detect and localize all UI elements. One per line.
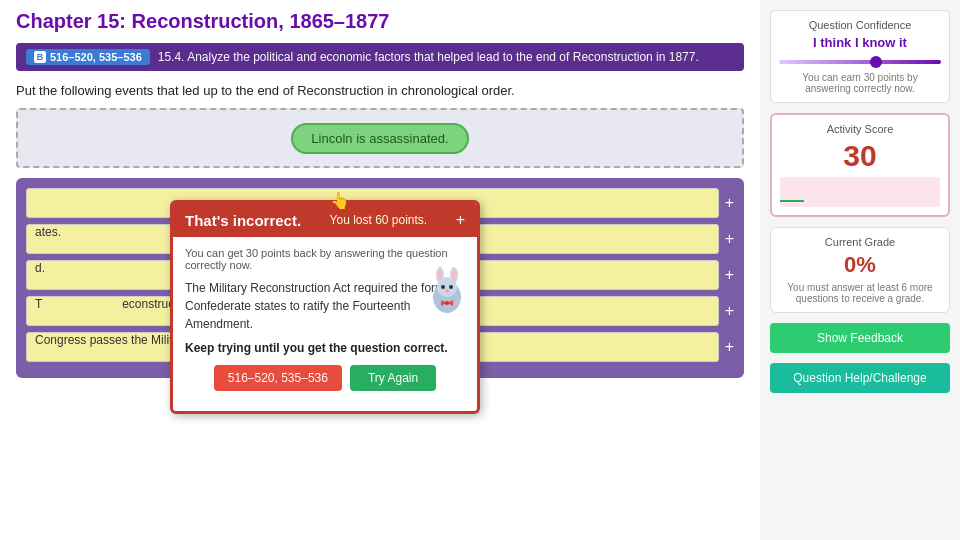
slider-track [779,60,941,64]
confidence-note: You can earn 30 points by answering corr… [779,72,941,94]
confidence-card: Question Confidence I think I know it Yo… [770,10,950,103]
svg-point-8 [445,290,449,293]
answer-drop-zone[interactable]: Lincoln is assassinated. [16,108,744,168]
incorrect-explanation: The Military Reconstruction Act required… [185,279,465,333]
score-graph-line [780,200,804,202]
book-icon: B [34,51,46,63]
confidence-slider[interactable] [779,56,941,68]
choice-plus-3[interactable]: + [725,266,734,284]
incorrect-title: That's incorrect. [185,212,301,229]
incorrect-body: You can get 30 points back by answering … [173,237,477,411]
question-help-button[interactable]: Question Help/Challenge [770,363,950,393]
incorrect-header: That's incorrect. You lost 60 points. + [173,203,477,237]
slider-thumb [870,56,882,68]
try-again-button[interactable]: Try Again [350,365,436,391]
score-value: 30 [780,139,940,173]
score-graph [780,177,940,207]
svg-point-7 [449,285,453,289]
chapter-title: Chapter 15: Reconstruction, 1865–1877 [16,10,744,33]
svg-point-5 [452,270,456,280]
sidebar: Question Confidence I think I know it Yo… [760,0,960,540]
choice-plus-5[interactable]: + [725,338,734,356]
objective-pages: 516–520, 535–536 [50,51,142,63]
objective-bar: B 516–520, 535–536 15.4. Analyze the pol… [16,43,744,71]
choice-plus-1[interactable]: + [725,194,734,212]
incorrect-keep-trying: Keep trying until you get the question c… [185,341,465,355]
objective-badge: B 516–520, 535–536 [26,49,150,65]
svg-point-4 [438,270,442,280]
answer-pill: Lincoln is assassinated. [291,123,468,154]
score-title: Activity Score [780,123,940,135]
confidence-value: I think I know it [779,35,941,50]
incorrect-footer: 516–520, 535–536 Try Again [185,365,465,401]
incorrect-points: You lost 60 points. [330,213,428,227]
choice-plus-4[interactable]: + [725,302,734,320]
grade-value: 0% [779,252,941,278]
grade-card: Current Grade 0% You must answer at leas… [770,227,950,313]
grade-title: Current Grade [779,236,941,248]
show-feedback-button[interactable]: Show Feedback [770,323,950,353]
incorrect-body-top: You can get 30 points back by answering … [185,247,465,271]
close-icon[interactable]: + [456,211,465,229]
svg-point-6 [441,285,445,289]
choice-plus-2[interactable]: + [725,230,734,248]
confidence-title: Question Confidence [779,19,941,31]
question-prompt: Put the following events that led up to … [16,83,744,98]
mascot-icon [427,267,467,317]
incorrect-popup: That's incorrect. You lost 60 points. + [170,200,480,414]
grade-note: You must answer at least 6 more question… [779,282,941,304]
score-card: Activity Score 30 [770,113,950,217]
pages-button[interactable]: 516–520, 535–536 [214,365,342,391]
objective-text: 15.4. Analyze the political and economic… [158,50,699,64]
svg-point-11 [445,301,449,305]
